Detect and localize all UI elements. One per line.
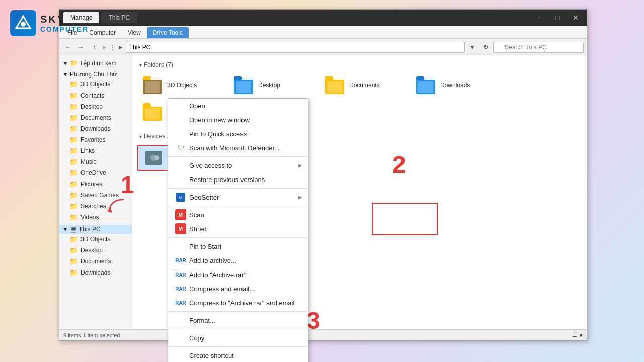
sidebar-header-user[interactable]: ▼ Phương Chu Thứ [59, 70, 132, 79]
folder-3dobjects-name: 3D Objects [167, 82, 197, 89]
sidebar-label-thispc: This PC [79, 226, 101, 233]
ctx-shred-label: Shred [189, 225, 207, 233]
ctx-shred[interactable]: M Shred [168, 222, 308, 236]
ctx-open[interactable]: Open [168, 99, 308, 113]
close-button[interactable]: ✕ [569, 13, 583, 23]
folder-desktop-name: Desktop [258, 82, 280, 89]
ctx-restore-label: Restore previous versions [189, 176, 265, 184]
sidebar-item-onedrive[interactable]: 📁OneDrive [59, 167, 132, 178]
up-button[interactable]: ↑ [89, 42, 100, 53]
minimize-button[interactable]: − [532, 13, 546, 23]
forward-button[interactable]: → [75, 42, 87, 53]
sidebar-item-contacts[interactable]: 📁Contacts [59, 90, 132, 101]
sidebar-header-pinned[interactable]: ▼ 📁 Tệp đính kèm [59, 58, 132, 68]
ctx-geosetter-arrow: ► [297, 194, 303, 200]
status-icons: ☰ ■ [572, 332, 583, 338]
ctx-rar-icon3: RAR [176, 284, 185, 293]
svg-point-1 [21, 22, 26, 27]
ctx-copy[interactable]: Copy [168, 331, 308, 345]
logo-sky: SKY [40, 14, 89, 25]
ctx-format-icon [176, 316, 185, 325]
sidebar-section-thispc: ▼ 💻 This PC 📁3D Objects 📁Desktop 📁Docume… [59, 224, 132, 279]
back-button[interactable]: ← [62, 42, 73, 53]
sidebar-thispc-3dobjects[interactable]: 📁3D Objects [59, 234, 132, 245]
sidebar-item-videos[interactable]: 📁Videos [59, 212, 132, 223]
ctx-give-access-arrow: ► [297, 162, 303, 168]
ctx-compress-email[interactable]: RAR Compress and email... [168, 282, 308, 296]
ctx-pin-start[interactable]: Pin to Start [168, 239, 308, 253]
sidebar-thispc-downloads[interactable]: 📁Downloads [59, 267, 132, 278]
folder-item-desktop[interactable]: Desktop [228, 73, 316, 97]
view-icon-grid[interactable]: ■ [579, 332, 583, 338]
sidebar-item-3dobjects[interactable]: 📁3D Objects [59, 79, 132, 90]
ctx-create-shortcut[interactable]: Create shortcut [168, 348, 308, 362]
tab-this-pc[interactable]: This PC [101, 12, 137, 23]
ctx-give-access-icon [176, 161, 185, 170]
ctx-scan-defender[interactable]: 🛡 Scan with Microsoft Defender... [168, 141, 308, 155]
ctx-open-icon [176, 101, 185, 110]
search-input[interactable] [493, 42, 584, 53]
ctx-compress-archive-email[interactable]: RAR Compress to "Archive.rar" and email [168, 296, 308, 310]
folder-item-downloads[interactable]: Downloads [411, 73, 499, 97]
sidebar-header-thispc[interactable]: ▼ 💻 This PC [59, 225, 132, 234]
ctx-pin-quick-icon [176, 129, 185, 138]
ctx-geosetter-label: GeoSetter [189, 194, 219, 201]
ctx-scan[interactable]: M Scan [168, 208, 308, 222]
ctx-compress-archive-email-label: Compress to "Archive.rar" and email [189, 299, 294, 307]
ctx-rar-icon1: RAR [176, 256, 185, 265]
ctx-copy-label: Copy [189, 334, 204, 342]
sidebar-item-downloads[interactable]: 📁Downloads [59, 123, 132, 134]
ctx-sep-1 [168, 156, 308, 157]
folder-3dobjects-icon [143, 76, 163, 94]
ribbon-tab-drive-tools[interactable]: Drive Tools [147, 27, 189, 38]
sidebar-thispc-desktop[interactable]: 📁Desktop [59, 245, 132, 256]
sidebar-item-favorites[interactable]: 📁Favorites [59, 134, 132, 145]
ctx-pin-quick-label: Pin to Quick access [189, 130, 247, 138]
address-input[interactable] [126, 42, 465, 53]
ctx-add-archive[interactable]: RAR Add to archive... [168, 253, 308, 267]
drive-ssd-icon [143, 149, 164, 167]
ctx-geosetter-icon: G [176, 193, 185, 202]
ctx-format[interactable]: Format... [168, 313, 308, 327]
sidebar-item-savedgames[interactable]: 📁Saved Games [59, 190, 132, 201]
ctx-shortcut-icon [176, 351, 185, 360]
folder-desktop-icon [234, 76, 254, 94]
sidebar-item-links[interactable]: 📁Links [59, 145, 132, 156]
view-icon-list[interactable]: ☰ [572, 332, 577, 338]
folders-section-label: Folders (7) [137, 60, 582, 69]
ctx-open-new-window[interactable]: Open in new window [168, 113, 308, 127]
ctx-rar-icon2: RAR [176, 270, 185, 279]
ctx-give-access-label: Give access to [189, 162, 232, 169]
ctx-sep-5 [168, 311, 308, 312]
ctx-sep-4 [168, 237, 308, 238]
ctx-geosetter[interactable]: G GeoSetter ► [168, 190, 308, 204]
folder-downloads-icon [416, 76, 436, 94]
sidebar-item-pictures[interactable]: 📁Pictures [59, 178, 132, 190]
ribbon-tab-computer[interactable]: Computer [83, 27, 122, 38]
refresh-button[interactable]: ↻ [480, 42, 491, 53]
sidebar-item-desktop[interactable]: 📁Desktop [59, 101, 132, 112]
context-menu: Open Open in new window Pin to Quick acc… [168, 98, 308, 362]
content-area: ▼ 📁 Tệp đính kèm ▼ Phương Chu Thứ 📁3D Ob… [59, 55, 587, 329]
ctx-rar-icon4: RAR [176, 298, 185, 307]
ribbon-tabs: File Computer View Drive Tools [59, 26, 587, 39]
sidebar-item-music[interactable]: 📁Music [59, 156, 132, 167]
sidebar-item-searches[interactable]: 📁Searches [59, 201, 132, 212]
hdd-inner [150, 155, 156, 161]
breadcrumb-thispc: ⋮ [110, 44, 116, 51]
sidebar-thispc-documents[interactable]: 📁Documents [59, 256, 132, 267]
ctx-restore[interactable]: Restore previous versions [168, 172, 308, 187]
logo-text: SKY COMPUTER [40, 14, 89, 33]
folder-item-documents[interactable]: Documents [319, 73, 408, 97]
address-dropdown-button[interactable]: ▼ [467, 42, 478, 53]
ctx-sep-2 [168, 188, 308, 189]
ctx-add-archive-rar[interactable]: RAR Add to "Archive.rar" [168, 267, 308, 282]
ctx-give-access[interactable]: Give access to ► [168, 158, 308, 172]
title-bar: Manage This PC − □ ✕ [59, 10, 587, 26]
sidebar-item-documents[interactable]: 📁Documents [59, 112, 132, 123]
maximize-button[interactable]: □ [550, 13, 565, 23]
ribbon-tab-view[interactable]: View [122, 27, 147, 38]
folder-item-3dobjects[interactable]: 3D Objects [137, 73, 225, 97]
ctx-open-new-label: Open in new window [189, 116, 250, 124]
ctx-pin-quick[interactable]: Pin to Quick access [168, 127, 308, 141]
